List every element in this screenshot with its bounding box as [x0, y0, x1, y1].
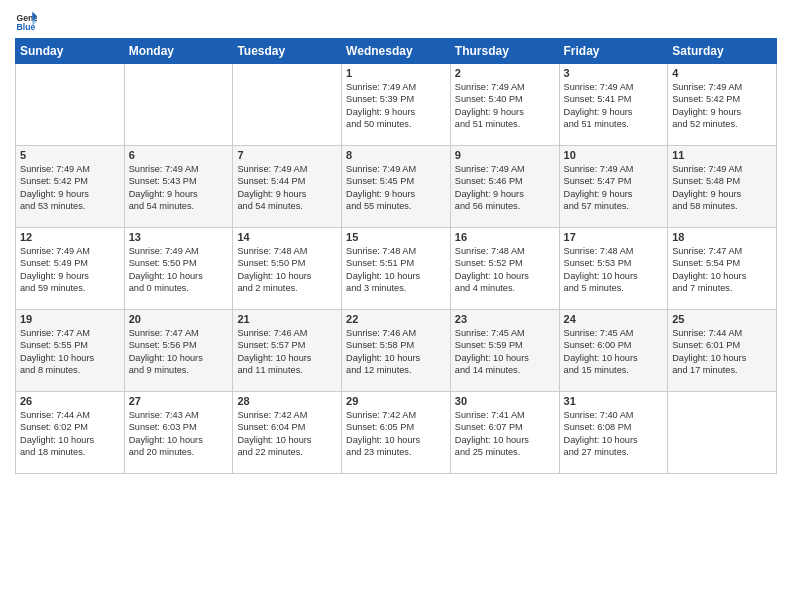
day-header-wednesday: Wednesday — [342, 39, 451, 64]
calendar-cell: 29Sunrise: 7:42 AM Sunset: 6:05 PM Dayli… — [342, 392, 451, 474]
calendar-cell: 26Sunrise: 7:44 AM Sunset: 6:02 PM Dayli… — [16, 392, 125, 474]
calendar-cell: 19Sunrise: 7:47 AM Sunset: 5:55 PM Dayli… — [16, 310, 125, 392]
calendar-week-5: 26Sunrise: 7:44 AM Sunset: 6:02 PM Dayli… — [16, 392, 777, 474]
day-number: 20 — [129, 313, 229, 325]
days-header-row: SundayMondayTuesdayWednesdayThursdayFrid… — [16, 39, 777, 64]
day-number: 29 — [346, 395, 446, 407]
day-number: 30 — [455, 395, 555, 407]
day-number: 2 — [455, 67, 555, 79]
calendar-week-2: 5Sunrise: 7:49 AM Sunset: 5:42 PM Daylig… — [16, 146, 777, 228]
day-info: Sunrise: 7:48 AM Sunset: 5:52 PM Dayligh… — [455, 245, 555, 295]
day-info: Sunrise: 7:44 AM Sunset: 6:02 PM Dayligh… — [20, 409, 120, 459]
calendar-cell: 21Sunrise: 7:46 AM Sunset: 5:57 PM Dayli… — [233, 310, 342, 392]
day-number: 18 — [672, 231, 772, 243]
day-info: Sunrise: 7:49 AM Sunset: 5:42 PM Dayligh… — [672, 81, 772, 131]
calendar-cell: 3Sunrise: 7:49 AM Sunset: 5:41 PM Daylig… — [559, 64, 668, 146]
day-info: Sunrise: 7:48 AM Sunset: 5:51 PM Dayligh… — [346, 245, 446, 295]
day-number: 24 — [564, 313, 664, 325]
calendar-cell: 6Sunrise: 7:49 AM Sunset: 5:43 PM Daylig… — [124, 146, 233, 228]
day-info: Sunrise: 7:49 AM Sunset: 5:46 PM Dayligh… — [455, 163, 555, 213]
calendar-cell: 15Sunrise: 7:48 AM Sunset: 5:51 PM Dayli… — [342, 228, 451, 310]
calendar-cell: 5Sunrise: 7:49 AM Sunset: 5:42 PM Daylig… — [16, 146, 125, 228]
calendar-cell: 4Sunrise: 7:49 AM Sunset: 5:42 PM Daylig… — [668, 64, 777, 146]
day-info: Sunrise: 7:46 AM Sunset: 5:57 PM Dayligh… — [237, 327, 337, 377]
day-number: 25 — [672, 313, 772, 325]
calendar-cell: 8Sunrise: 7:49 AM Sunset: 5:45 PM Daylig… — [342, 146, 451, 228]
calendar-week-1: 1Sunrise: 7:49 AM Sunset: 5:39 PM Daylig… — [16, 64, 777, 146]
day-info: Sunrise: 7:49 AM Sunset: 5:49 PM Dayligh… — [20, 245, 120, 295]
header: General Blue — [15, 10, 777, 32]
day-number: 28 — [237, 395, 337, 407]
day-header-saturday: Saturday — [668, 39, 777, 64]
day-info: Sunrise: 7:49 AM Sunset: 5:47 PM Dayligh… — [564, 163, 664, 213]
day-number: 9 — [455, 149, 555, 161]
day-number: 17 — [564, 231, 664, 243]
day-number: 21 — [237, 313, 337, 325]
calendar-cell: 1Sunrise: 7:49 AM Sunset: 5:39 PM Daylig… — [342, 64, 451, 146]
calendar-cell: 9Sunrise: 7:49 AM Sunset: 5:46 PM Daylig… — [450, 146, 559, 228]
calendar-cell: 28Sunrise: 7:42 AM Sunset: 6:04 PM Dayli… — [233, 392, 342, 474]
calendar-table: SundayMondayTuesdayWednesdayThursdayFrid… — [15, 38, 777, 474]
day-header-friday: Friday — [559, 39, 668, 64]
day-info: Sunrise: 7:49 AM Sunset: 5:40 PM Dayligh… — [455, 81, 555, 131]
day-info: Sunrise: 7:46 AM Sunset: 5:58 PM Dayligh… — [346, 327, 446, 377]
day-number: 1 — [346, 67, 446, 79]
day-info: Sunrise: 7:49 AM Sunset: 5:42 PM Dayligh… — [20, 163, 120, 213]
day-header-sunday: Sunday — [16, 39, 125, 64]
day-number: 22 — [346, 313, 446, 325]
calendar-cell: 10Sunrise: 7:49 AM Sunset: 5:47 PM Dayli… — [559, 146, 668, 228]
day-header-tuesday: Tuesday — [233, 39, 342, 64]
calendar-cell: 30Sunrise: 7:41 AM Sunset: 6:07 PM Dayli… — [450, 392, 559, 474]
day-info: Sunrise: 7:49 AM Sunset: 5:44 PM Dayligh… — [237, 163, 337, 213]
day-info: Sunrise: 7:48 AM Sunset: 5:50 PM Dayligh… — [237, 245, 337, 295]
calendar-cell: 11Sunrise: 7:49 AM Sunset: 5:48 PM Dayli… — [668, 146, 777, 228]
calendar-cell: 12Sunrise: 7:49 AM Sunset: 5:49 PM Dayli… — [16, 228, 125, 310]
day-number: 16 — [455, 231, 555, 243]
day-info: Sunrise: 7:49 AM Sunset: 5:39 PM Dayligh… — [346, 81, 446, 131]
day-header-monday: Monday — [124, 39, 233, 64]
day-info: Sunrise: 7:49 AM Sunset: 5:48 PM Dayligh… — [672, 163, 772, 213]
day-info: Sunrise: 7:49 AM Sunset: 5:41 PM Dayligh… — [564, 81, 664, 131]
calendar-week-4: 19Sunrise: 7:47 AM Sunset: 5:55 PM Dayli… — [16, 310, 777, 392]
day-info: Sunrise: 7:49 AM Sunset: 5:50 PM Dayligh… — [129, 245, 229, 295]
day-info: Sunrise: 7:42 AM Sunset: 6:04 PM Dayligh… — [237, 409, 337, 459]
calendar-cell: 27Sunrise: 7:43 AM Sunset: 6:03 PM Dayli… — [124, 392, 233, 474]
day-number: 19 — [20, 313, 120, 325]
day-info: Sunrise: 7:45 AM Sunset: 6:00 PM Dayligh… — [564, 327, 664, 377]
day-number: 12 — [20, 231, 120, 243]
day-number: 11 — [672, 149, 772, 161]
calendar-cell: 7Sunrise: 7:49 AM Sunset: 5:44 PM Daylig… — [233, 146, 342, 228]
calendar-cell: 24Sunrise: 7:45 AM Sunset: 6:00 PM Dayli… — [559, 310, 668, 392]
day-number: 13 — [129, 231, 229, 243]
day-number: 14 — [237, 231, 337, 243]
logo: General Blue — [15, 10, 39, 32]
calendar-cell: 31Sunrise: 7:40 AM Sunset: 6:08 PM Dayli… — [559, 392, 668, 474]
calendar-cell: 2Sunrise: 7:49 AM Sunset: 5:40 PM Daylig… — [450, 64, 559, 146]
calendar-cell: 16Sunrise: 7:48 AM Sunset: 5:52 PM Dayli… — [450, 228, 559, 310]
day-number: 5 — [20, 149, 120, 161]
day-number: 3 — [564, 67, 664, 79]
day-number: 4 — [672, 67, 772, 79]
day-info: Sunrise: 7:45 AM Sunset: 5:59 PM Dayligh… — [455, 327, 555, 377]
day-number: 6 — [129, 149, 229, 161]
day-header-thursday: Thursday — [450, 39, 559, 64]
day-info: Sunrise: 7:49 AM Sunset: 5:43 PM Dayligh… — [129, 163, 229, 213]
logo-icon: General Blue — [15, 10, 37, 32]
day-info: Sunrise: 7:41 AM Sunset: 6:07 PM Dayligh… — [455, 409, 555, 459]
day-info: Sunrise: 7:49 AM Sunset: 5:45 PM Dayligh… — [346, 163, 446, 213]
calendar-cell: 14Sunrise: 7:48 AM Sunset: 5:50 PM Dayli… — [233, 228, 342, 310]
calendar-cell: 17Sunrise: 7:48 AM Sunset: 5:53 PM Dayli… — [559, 228, 668, 310]
calendar-cell: 22Sunrise: 7:46 AM Sunset: 5:58 PM Dayli… — [342, 310, 451, 392]
day-info: Sunrise: 7:40 AM Sunset: 6:08 PM Dayligh… — [564, 409, 664, 459]
day-info: Sunrise: 7:48 AM Sunset: 5:53 PM Dayligh… — [564, 245, 664, 295]
day-number: 10 — [564, 149, 664, 161]
calendar-cell: 18Sunrise: 7:47 AM Sunset: 5:54 PM Dayli… — [668, 228, 777, 310]
calendar-week-3: 12Sunrise: 7:49 AM Sunset: 5:49 PM Dayli… — [16, 228, 777, 310]
calendar-cell: 25Sunrise: 7:44 AM Sunset: 6:01 PM Dayli… — [668, 310, 777, 392]
calendar-cell — [16, 64, 125, 146]
day-number: 7 — [237, 149, 337, 161]
calendar-cell — [668, 392, 777, 474]
day-info: Sunrise: 7:43 AM Sunset: 6:03 PM Dayligh… — [129, 409, 229, 459]
day-info: Sunrise: 7:42 AM Sunset: 6:05 PM Dayligh… — [346, 409, 446, 459]
day-number: 8 — [346, 149, 446, 161]
